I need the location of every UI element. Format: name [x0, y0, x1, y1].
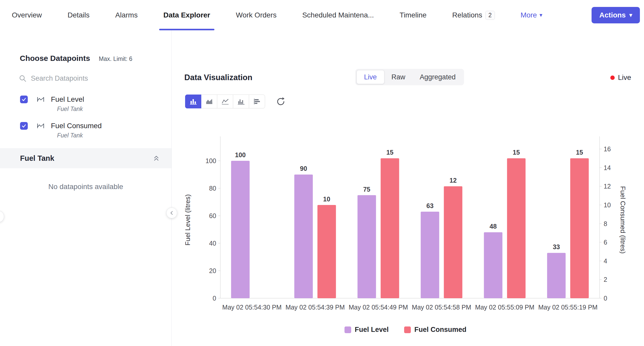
- right-axis-tick-label: 14: [604, 164, 611, 171]
- chart-legend: Fuel Level Fuel Consumed: [174, 326, 637, 334]
- bar-value-label: 15: [576, 149, 583, 156]
- legend-label: Fuel Consumed: [414, 326, 467, 334]
- collapse-section-icon[interactable]: [152, 155, 160, 162]
- bar-fuel-level-1[interactable]: [294, 174, 313, 298]
- bar-value-label: 63: [427, 202, 434, 209]
- actions-button-label: Actions: [599, 11, 626, 19]
- mode-raw-button[interactable]: Raw: [384, 70, 413, 84]
- column-chart-button[interactable]: [233, 95, 249, 108]
- live-status-label: Live: [618, 73, 631, 82]
- column-chart-icon: [237, 98, 245, 105]
- tab-data-explorer[interactable]: Data Explorer: [163, 0, 210, 30]
- bar-value-label: 10: [323, 195, 330, 203]
- tab-timeline[interactable]: Timeline: [400, 0, 427, 30]
- datapoint-label: Fuel Consumed: [51, 122, 102, 130]
- legend-item-fuel-level[interactable]: Fuel Level: [344, 326, 389, 334]
- datapoint-fuel-consumed[interactable]: Fuel Consumed Fuel Tank: [0, 122, 171, 139]
- search-input[interactable]: [31, 74, 123, 82]
- datapoint-chart-icon: [37, 96, 44, 102]
- legend-label: Fuel Level: [355, 326, 389, 334]
- bar-chart-button[interactable]: [185, 95, 201, 108]
- line-chart-icon: [221, 98, 229, 105]
- right-axis-tick-label: 10: [604, 201, 611, 209]
- x-axis-tick-label: May 02 05:54:49 PM: [349, 304, 408, 311]
- tab-alarms[interactable]: Alarms: [115, 0, 138, 30]
- right-axis-tick-label: 6: [604, 239, 607, 246]
- section-label: Fuel Tank: [20, 154, 54, 163]
- datapoint-fuel-level[interactable]: Fuel Level Fuel Tank: [0, 95, 171, 113]
- horizontal-bar-chart-icon: [253, 98, 261, 105]
- left-axis-tick-label: 0: [213, 295, 216, 302]
- left-axis-tick-label: 80: [209, 185, 216, 192]
- bar-chart-icon: [189, 98, 197, 105]
- area-chart-button[interactable]: [201, 95, 217, 108]
- left-axis-tick-label: 40: [209, 240, 216, 247]
- live-status-indicator: Live: [610, 73, 631, 82]
- checkmark-icon: [21, 123, 26, 128]
- max-limit-label: Max. Limit: 6: [99, 55, 132, 62]
- bar-value-label: 12: [450, 177, 457, 184]
- bar-fuel-level-5[interactable]: [547, 253, 566, 298]
- legend-item-fuel-consumed[interactable]: Fuel Consumed: [404, 326, 467, 334]
- mode-aggregated-label: Aggregated: [420, 73, 456, 81]
- fuel-tank-section-header[interactable]: Fuel Tank: [0, 148, 171, 168]
- tab-alarms-label: Alarms: [115, 11, 138, 19]
- tab-more[interactable]: More ▾: [521, 0, 542, 30]
- mode-live-button[interactable]: Live: [357, 70, 384, 84]
- tab-details-label: Details: [68, 11, 90, 19]
- tab-data-explorer-label: Data Explorer: [163, 11, 210, 19]
- search-datapoints: [19, 74, 159, 82]
- chevron-down-icon: ▾: [629, 12, 632, 18]
- sidebar-collapse-button[interactable]: [166, 208, 177, 218]
- mode-aggregated-button[interactable]: Aggregated: [413, 70, 463, 84]
- data-visualization-panel: Data Visualization Live Raw Aggregated L…: [172, 30, 644, 346]
- search-icon: [19, 75, 27, 82]
- bar-fuel-level-0[interactable]: [231, 161, 250, 298]
- bar-value-label: 15: [386, 149, 394, 156]
- datapoint-group-label: Fuel Tank: [57, 132, 171, 139]
- horizontal-bar-chart-button[interactable]: [249, 95, 265, 108]
- bar-fuel-consumed-1[interactable]: [318, 205, 336, 298]
- bar-value-label: 100: [235, 151, 246, 158]
- bar-value-label: 15: [513, 149, 520, 156]
- content-area: Choose Datapoints Max. Limit: 6: [0, 30, 644, 346]
- actions-button[interactable]: Actions ▾: [592, 7, 640, 23]
- bar-fuel-consumed-3[interactable]: [444, 186, 462, 298]
- left-axis-tick-label: 100: [205, 157, 216, 164]
- tab-scheduled-maintenance-label: Scheduled Maintena...: [302, 11, 374, 19]
- bar-value-label: 90: [300, 165, 307, 172]
- bar-value-label: 75: [363, 186, 370, 193]
- legend-swatch: [344, 326, 351, 333]
- right-axis-tick-label: 2: [604, 276, 607, 283]
- tab-work-orders-label: Work Orders: [236, 11, 277, 19]
- tab-relations[interactable]: Relations 2: [452, 0, 495, 30]
- bar-fuel-level-4[interactable]: [484, 232, 502, 298]
- tab-overview-label: Overview: [12, 11, 42, 19]
- x-axis-tick-label: May 02 05:54:39 PM: [285, 304, 345, 311]
- chevron-down-icon: ▾: [539, 12, 542, 18]
- left-axis-tick-label: 60: [209, 212, 216, 219]
- line-chart-button[interactable]: [217, 95, 233, 108]
- bar-fuel-level-2[interactable]: [358, 195, 376, 298]
- datapoint-group-label: Fuel Tank: [57, 106, 171, 113]
- datapoint-chart-icon: [37, 123, 44, 129]
- tab-scheduled-maintenance[interactable]: Scheduled Maintena...: [302, 0, 374, 30]
- tab-relations-label: Relations: [452, 11, 482, 19]
- tab-work-orders[interactable]: Work Orders: [236, 0, 277, 30]
- fuel-chart: 0204060801000246810121416May 02 05:54:30…: [174, 131, 637, 319]
- refresh-icon: [276, 97, 286, 106]
- bar-fuel-consumed-2[interactable]: [381, 158, 399, 298]
- mode-raw-label: Raw: [392, 73, 405, 81]
- fuel-level-checkbox[interactable]: [20, 96, 28, 103]
- bar-fuel-consumed-4[interactable]: [507, 158, 525, 298]
- fuel-consumed-checkbox[interactable]: [20, 122, 28, 130]
- bar-fuel-consumed-5[interactable]: [570, 158, 589, 298]
- tab-overview[interactable]: Overview: [12, 0, 42, 30]
- tab-details[interactable]: Details: [68, 0, 90, 30]
- tab-timeline-label: Timeline: [400, 11, 427, 19]
- right-axis-tick-label: 0: [604, 295, 607, 302]
- bar-fuel-level-3[interactable]: [421, 212, 439, 298]
- datapoint-label: Fuel Level: [51, 95, 84, 104]
- refresh-chart-button[interactable]: [274, 95, 288, 108]
- right-axis-title: Fuel Consumed (litres): [619, 186, 627, 254]
